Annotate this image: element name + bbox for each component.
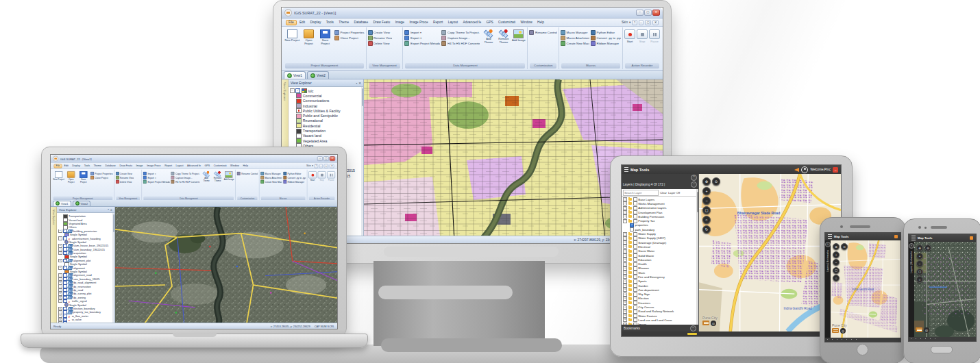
close-panel-icon[interactable]: ✕ [110, 208, 112, 212]
mdi-close-icon[interactable]: ✕ [652, 20, 659, 25]
layer-checkbox[interactable] [633, 284, 637, 288]
skin-dropdown-icon[interactable]: ▾ [312, 164, 313, 167]
close-panel-icon[interactable]: ✕ [358, 82, 361, 85]
phone2-home-button[interactable] [931, 346, 953, 353]
tree-row[interactable]: Transportation [290, 128, 363, 133]
expand-panel-icon[interactable]: › [909, 243, 914, 249]
ribbon-big-button[interactable]: Add Theme [201, 171, 212, 182]
layer-checkbox[interactable] [633, 232, 637, 236]
minimize-button[interactable]: – [636, 10, 644, 16]
tree-row[interactable]: Public and Semipublic [290, 113, 363, 118]
ribbon-small-item[interactable]: Close Project [334, 35, 365, 40]
menu-item[interactable]: Image [134, 164, 145, 168]
layer-checkbox[interactable] [633, 314, 637, 318]
expand-icon[interactable]: + [58, 321, 62, 323]
layer-checkbox[interactable] [633, 197, 637, 201]
ribbon-small-item[interactable]: Delete View [368, 40, 393, 46]
hamburger-icon[interactable] [828, 234, 832, 239]
menu-item[interactable]: Draw Featu [371, 20, 392, 25]
tab-view1[interactable]: View1 [284, 71, 306, 79]
compass-icon[interactable]: ◎ [840, 328, 846, 334]
menu-item[interactable]: Draw Featu [118, 164, 134, 168]
menu-item[interactable]: Theme [336, 20, 351, 25]
expand-icon[interactable]: + [623, 292, 627, 297]
menu-item[interactable]: Help [535, 20, 546, 25]
zoom-in-icon[interactable]: + [702, 187, 711, 195]
expand-icon[interactable]: + [623, 214, 627, 218]
help-icon[interactable]: ? [314, 164, 318, 168]
menu-item[interactable]: File [286, 20, 297, 25]
mdi-close-icon[interactable]: ✕ [330, 164, 334, 168]
bookmarks-bar[interactable]: Bookmarks − [622, 325, 698, 331]
expand-icon[interactable]: + [623, 240, 627, 245]
extent-tool-icon[interactable]: ▢ [833, 267, 840, 274]
pan-tool-icon[interactable]: ⊕ [833, 243, 840, 250]
expand-icon[interactable]: + [58, 259, 62, 262]
expand-icon[interactable]: + [623, 236, 627, 240]
expand-icon[interactable]: + [623, 284, 627, 288]
select-tool-icon[interactable]: ○ [916, 276, 923, 283]
menu-item[interactable]: Edit [297, 20, 308, 25]
menu-item[interactable]: Customizati [496, 20, 517, 25]
layer-checkbox[interactable] [633, 318, 637, 322]
ribbon-big-button[interactable]: Remove Theme [212, 171, 223, 182]
phone1-home-button[interactable] [857, 344, 868, 355]
expand-icon[interactable]: + [623, 310, 627, 314]
ribbon-big-button[interactable]: Open Project [301, 28, 317, 45]
layer-checkbox[interactable] [633, 240, 637, 245]
recorder-button[interactable]: Stop [318, 171, 326, 182]
tree-row[interactable]: Commercial [290, 93, 363, 98]
map-view-laptop[interactable] [115, 207, 337, 323]
mdi-minimize-icon[interactable]: – [639, 20, 644, 25]
collapsed-layers-strip[interactable]: › Layers | Bookmarks [825, 240, 831, 338]
layer-checkbox[interactable] [633, 301, 637, 305]
pin-icon[interactable]: ▪ [356, 82, 358, 85]
pan-tool-icon[interactable]: ⊕ [916, 245, 923, 251]
layer-checkbox[interactable] [633, 262, 637, 266]
expand-icon[interactable]: + [58, 229, 62, 233]
menu-item[interactable]: File [54, 164, 62, 168]
horizontal-scrollbar[interactable] [622, 331, 841, 336]
ribbon-small-item[interactable]: Macro Attachment [561, 35, 589, 40]
notification-icon[interactable] [970, 236, 973, 240]
ribbon-small-item[interactable]: Close Project [90, 175, 113, 179]
select-tool-icon[interactable]: ○ [833, 275, 840, 281]
mdi-minimize-icon[interactable]: – [319, 164, 323, 168]
mdi-restore-icon[interactable]: ▢ [645, 20, 651, 25]
mdi-restore-icon[interactable]: ▢ [324, 164, 329, 168]
layer-checkbox[interactable] [633, 214, 637, 218]
expand-icon[interactable]: + [623, 301, 627, 305]
ribbon-small-item[interactable]: Import ▾ [404, 29, 440, 35]
menu-item[interactable]: GPS [203, 164, 211, 168]
minimize-bookmarks-icon[interactable]: − [690, 325, 696, 331]
explorer-scrollbar[interactable] [112, 213, 114, 323]
menu-item[interactable]: Image Proce [145, 164, 162, 168]
minimize-button[interactable]: – [317, 156, 323, 161]
layer-checkbox[interactable] [633, 310, 637, 314]
tab-view1[interactable]: View1 [53, 201, 71, 207]
menu-item[interactable]: Advanced fe [461, 20, 483, 25]
satellite-map[interactable] [115, 207, 337, 323]
menu-item[interactable]: Window [229, 164, 241, 168]
compass-icon[interactable]: ◎ [711, 321, 716, 326]
layer-checkbox[interactable] [633, 236, 637, 240]
ribbon-small-item[interactable]: Ribbon Manager [283, 179, 306, 184]
expand-icon[interactable]: + [58, 236, 62, 240]
close-button[interactable]: ✕ [330, 156, 335, 161]
ribbon-small-item[interactable]: Rename View [368, 35, 393, 40]
expand-icon[interactable]: + [623, 275, 627, 279]
ribbon-big-button[interactable]: Open Project [65, 171, 77, 184]
ribbon-big-button[interactable]: New Project [53, 171, 64, 184]
expand-icon[interactable]: + [623, 279, 627, 284]
maximize-button[interactable]: ▢ [644, 10, 652, 16]
layer-checkbox[interactable] [633, 297, 637, 301]
layer-checkbox[interactable] [633, 275, 637, 279]
minimize-layers-icon[interactable]: − [691, 182, 697, 188]
zoom-in-icon[interactable]: + [833, 251, 840, 258]
ribbon-small-item[interactable]: Export ▾ [404, 35, 440, 40]
expand-icon[interactable]: + [623, 206, 627, 210]
menu-item[interactable]: Layout [174, 164, 185, 168]
menu-item[interactable]: Report [431, 20, 445, 25]
layer-checkbox[interactable] [633, 201, 637, 205]
menu-item[interactable]: Window [518, 20, 534, 25]
